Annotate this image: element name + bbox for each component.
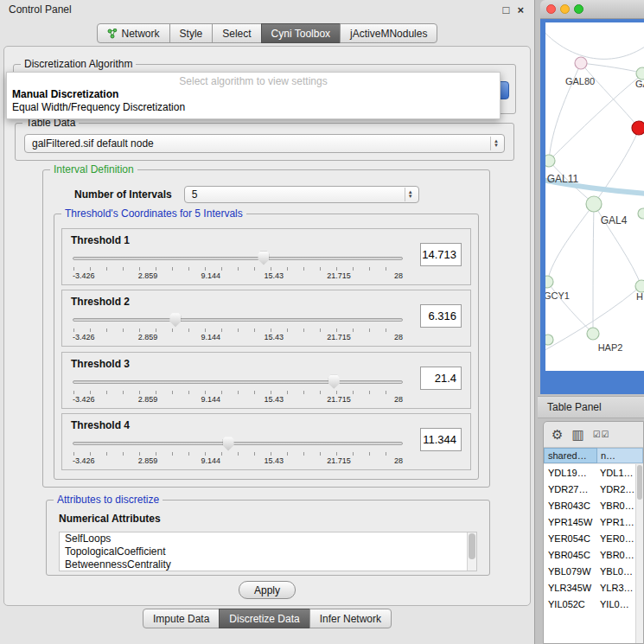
node-label-hap2: HAP2 bbox=[598, 342, 623, 353]
group-title: Interval Definition bbox=[50, 163, 137, 175]
tab-infer-network[interactable]: Infer Network bbox=[309, 609, 392, 628]
minimize-traffic-light-icon[interactable] bbox=[560, 4, 570, 14]
number-of-intervals-combobox[interactable]: 5 ▲▼ bbox=[184, 186, 419, 203]
slider-thumb[interactable] bbox=[169, 313, 181, 327]
node-gal80[interactable] bbox=[575, 57, 587, 69]
numerical-attributes-list[interactable]: SelfLoops TopologicalCoefficient Between… bbox=[59, 532, 477, 571]
number-of-intervals-row: Number of Intervals 5 ▲▼ bbox=[74, 186, 463, 203]
number-of-intervals-label: Number of Intervals bbox=[74, 188, 172, 201]
combobox-value: galFiltered.sif default node bbox=[32, 137, 487, 150]
table-panel-titlebar: Table Panel bbox=[538, 396, 644, 418]
node-right-mid[interactable] bbox=[638, 208, 644, 219]
network-icon bbox=[107, 29, 118, 39]
slider-track bbox=[73, 380, 403, 384]
threshold-1-slider[interactable] bbox=[73, 252, 403, 266]
node-bottom-left[interactable] bbox=[545, 335, 553, 345]
attributes-group: Attributes to discretize Numerical Attri… bbox=[46, 500, 490, 576]
bottom-tab-bar: Impute Data Discretize Data Infer Networ… bbox=[0, 609, 534, 628]
table-row[interactable]: YBR045CYBR0… bbox=[544, 546, 643, 563]
network-graph: GAL80 GA GAL11 GAL4 GCY1 H HAP2 bbox=[545, 22, 644, 371]
threshold-3-panel: Threshold 3 -3.4262.8599.14415.4321.7152… bbox=[61, 352, 471, 409]
screen: Control Panel □ × Network Style Select bbox=[0, 0, 644, 644]
tab-select[interactable]: Select bbox=[212, 23, 261, 43]
threshold-2-slider[interactable] bbox=[73, 313, 403, 328]
scrollbar-thumb[interactable] bbox=[469, 533, 475, 559]
slider-thumb[interactable] bbox=[328, 375, 340, 389]
columns-icon[interactable]: ▥ bbox=[571, 428, 583, 441]
tab-label: Network bbox=[122, 28, 160, 40]
group-title: Discretization Algorithm bbox=[21, 58, 136, 70]
tab-style[interactable]: Style bbox=[169, 23, 214, 43]
group-title: Attributes to discretize bbox=[54, 494, 163, 506]
threshold-label: Threshold 4 bbox=[71, 419, 463, 431]
table-panel-toolbar: ⚙ ▥ ☑☑ bbox=[544, 422, 643, 448]
threshold-3-value-field[interactable]: 21.4 bbox=[420, 367, 462, 390]
node-h[interactable] bbox=[635, 280, 644, 292]
close-traffic-light-icon[interactable] bbox=[546, 4, 556, 14]
table-scrollbar[interactable] bbox=[635, 464, 643, 643]
column-header-shared-name[interactable]: shared… bbox=[544, 448, 597, 463]
table-row[interactable]: YDL19…YDL1… bbox=[544, 464, 643, 481]
slider-track bbox=[73, 257, 403, 260]
scrollbar-thumb[interactable] bbox=[637, 465, 642, 500]
dropdown-option-manual-discretization[interactable]: Manual Discretization bbox=[7, 87, 500, 100]
group-title: Threshold's Coordinates for 5 Intervals bbox=[61, 207, 246, 220]
algorithm-dropdown-list: Select algorithm to view settings Manual… bbox=[6, 72, 501, 119]
threshold-label: Threshold 1 bbox=[71, 234, 463, 246]
list-item[interactable]: SelfLoops bbox=[60, 532, 476, 545]
tab-discretize-data[interactable]: Discretize Data bbox=[219, 609, 309, 628]
node-selected-red[interactable] bbox=[632, 121, 644, 135]
table-row[interactable]: YBR043CYBR0… bbox=[544, 497, 643, 513]
node-label-gal11: GAL11 bbox=[547, 173, 579, 185]
threshold-1-value-field[interactable]: 14.713 bbox=[420, 243, 462, 266]
slider-thumb[interactable] bbox=[223, 437, 234, 450]
threshold-label: Threshold 3 bbox=[71, 358, 463, 370]
table-data-group: Table Data galFiltered.sif default node … bbox=[15, 123, 514, 161]
network-canvas[interactable]: GAL80 GA GAL11 GAL4 GCY1 H HAP2 bbox=[545, 22, 644, 371]
list-item[interactable]: TopologicalCoefficient bbox=[60, 545, 476, 558]
settings-gear-icon[interactable]: ⚙ bbox=[552, 428, 563, 441]
network-view-window: GAL80 GA GAL11 GAL4 GCY1 H HAP2 bbox=[540, 0, 644, 394]
tab-impute-data[interactable]: Impute Data bbox=[143, 609, 220, 628]
table-row[interactable]: YPR145WYPR1… bbox=[544, 513, 643, 530]
tab-cyni-toolbox[interactable]: Cyni Toolbox bbox=[261, 23, 341, 43]
column-header-name[interactable]: n… bbox=[597, 448, 643, 463]
node-gal11[interactable] bbox=[545, 155, 555, 167]
node-label-gal80: GAL80 bbox=[565, 76, 595, 86]
table-row[interactable]: YLR345WYLR3… bbox=[544, 579, 643, 596]
node-gcy1[interactable] bbox=[545, 276, 553, 288]
slider-ticks bbox=[73, 391, 402, 394]
table-row[interactable]: YDR27…YDR2… bbox=[544, 481, 643, 497]
list-scrollbar[interactable] bbox=[467, 532, 476, 571]
threshold-3-slider[interactable] bbox=[73, 375, 403, 390]
table-data-combobox[interactable]: galFiltered.sif default node ▲▼ bbox=[24, 134, 505, 153]
close-icon[interactable]: × bbox=[517, 3, 524, 16]
control-panel-tab-bar: Network Style Select Cyni Toolbox jActiv… bbox=[0, 23, 534, 43]
tab-network[interactable]: Network bbox=[97, 23, 170, 43]
threshold-4-value-field[interactable]: 11.344 bbox=[420, 428, 462, 451]
node-top-right[interactable] bbox=[636, 67, 644, 80]
threshold-4-panel: Threshold 4 -3.4262.8599.14415.4321.7152… bbox=[61, 413, 471, 470]
slider-ticks bbox=[73, 267, 402, 271]
node-hap2[interactable] bbox=[587, 328, 599, 340]
minimize-icon[interactable]: □ bbox=[503, 3, 510, 16]
select-columns-icon[interactable]: ☑☑ bbox=[593, 430, 610, 439]
table-row[interactable]: YIL052CYIL0… bbox=[544, 596, 643, 612]
tab-label: Select bbox=[222, 28, 251, 40]
dropdown-option-equal-width-frequency[interactable]: Equal Width/Frequency Discretization bbox=[7, 100, 500, 113]
tab-jactivemnodules[interactable]: jActiveMNodules bbox=[340, 23, 437, 43]
list-item[interactable]: BetweennessCentrality bbox=[60, 558, 476, 571]
apply-button[interactable]: Apply bbox=[239, 581, 296, 599]
table-header-row: shared… n… bbox=[544, 448, 643, 463]
table-row[interactable]: YBL079WYBL0… bbox=[544, 563, 643, 579]
slider-thumb[interactable] bbox=[258, 252, 269, 265]
control-panel-window: Control Panel □ × Network Style Select bbox=[0, 0, 535, 644]
table-body: YDL19…YDL1… YDR27…YDR2… YBR043CYBR0… YPR… bbox=[544, 464, 643, 643]
table-row[interactable]: YER054CYER0… bbox=[544, 530, 643, 546]
tab-label: Impute Data bbox=[153, 613, 209, 625]
threshold-4-slider[interactable] bbox=[73, 437, 403, 451]
threshold-2-value-field[interactable]: 6.316 bbox=[420, 304, 462, 328]
node-gal4[interactable] bbox=[586, 196, 602, 212]
zoom-traffic-light-icon[interactable] bbox=[574, 4, 583, 14]
numerical-attributes-label: Numerical Attributes bbox=[59, 513, 489, 525]
